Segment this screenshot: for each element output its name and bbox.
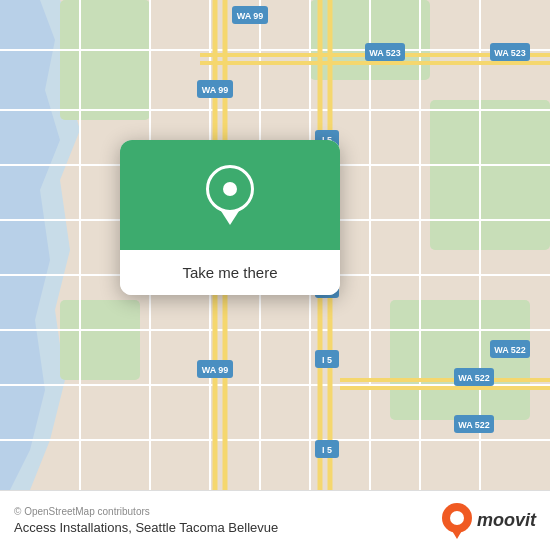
moovit-logo-text: moovit	[477, 510, 536, 531]
svg-text:WA 522: WA 522	[458, 420, 490, 430]
svg-text:WA 522: WA 522	[494, 345, 526, 355]
svg-rect-5	[430, 100, 550, 250]
svg-rect-7	[60, 300, 140, 380]
osm-credit: © OpenStreetMap contributors	[14, 506, 431, 517]
svg-text:WA 99: WA 99	[237, 11, 264, 21]
location-pin-icon	[206, 165, 254, 213]
svg-text:I 5: I 5	[322, 355, 332, 365]
card-header	[120, 140, 340, 250]
bottom-bar-text: © OpenStreetMap contributors Access Inst…	[14, 506, 431, 535]
take-me-there-button[interactable]: Take me there	[120, 250, 340, 295]
svg-rect-3	[60, 0, 150, 120]
location-name: Access Installations, Seattle Tacoma Bel…	[14, 520, 431, 535]
svg-text:I 5: I 5	[322, 445, 332, 455]
moovit-pin-icon	[441, 503, 473, 539]
svg-rect-6	[390, 300, 530, 420]
location-card: Take me there	[120, 140, 340, 295]
svg-text:WA 522: WA 522	[458, 373, 490, 383]
svg-text:WA 99: WA 99	[202, 85, 229, 95]
bottom-bar: © OpenStreetMap contributors Access Inst…	[0, 490, 550, 550]
svg-text:WA 523: WA 523	[369, 48, 401, 58]
svg-text:WA 523: WA 523	[494, 48, 526, 58]
svg-marker-60	[451, 529, 463, 539]
svg-text:WA 99: WA 99	[202, 365, 229, 375]
moovit-logo: moovit	[441, 503, 536, 539]
map-container: WA 99 WA 99 WA 99 WA 99 WA 523 WA 523 I …	[0, 0, 550, 490]
svg-point-59	[450, 511, 464, 525]
